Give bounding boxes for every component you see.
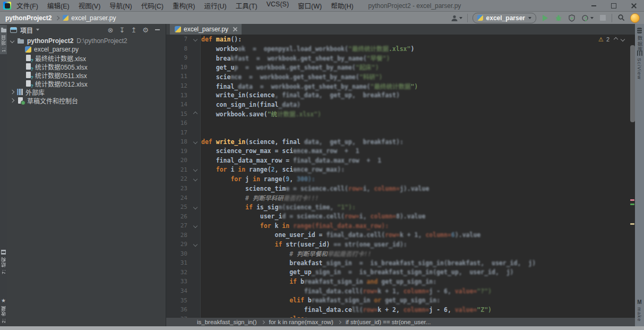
line-number[interactable]: 32 [166,269,190,276]
close-button[interactable] [624,0,644,11]
chevron-icon[interactable] [10,98,14,103]
code-text[interactable]: elif breakfast_sign_in or get_up_sign_in… [200,297,440,304]
inspections-widget[interactable]: 2 [598,36,624,43]
fold-expanded-icon[interactable] [193,242,197,247]
gold-badge-icon[interactable] [630,13,640,23]
code-text[interactable]: if is_sign(science_time, "1"): [200,204,356,211]
line-number[interactable]: 19 [166,148,190,155]
menu-item[interactable]: 视图(V) [79,1,101,11]
code-text[interactable]: science_time = science.cell(row=i, colum… [200,185,429,192]
line-number[interactable]: 16 [166,120,190,126]
code-text[interactable]: if str(user_id) == str(one_user_id): [200,241,407,248]
line-number[interactable]: 36 [166,306,190,313]
code-text[interactable]: one_user_id = final_data.cell(row=k + 1,… [200,231,480,239]
line-number[interactable]: 35 [166,297,190,304]
code-text[interactable]: for j in range(9, 300): [200,175,315,183]
stop-button[interactable] [598,14,607,22]
line-number[interactable]: 15 [166,111,190,117]
run-with-coverage-button[interactable] [568,14,576,22]
code-text[interactable]: con_sign_in(final_data) [200,101,300,108]
tree-item[interactable]: 统计数据0511.xlsx [7,71,166,79]
fold-expanded-icon[interactable] [193,140,197,144]
line-number[interactable]: 21 [166,166,190,173]
code-text[interactable]: if breakfast_sign_in and get_up_sign_in: [200,278,436,285]
code-editor[interactable]: 7def main():8 workbook = openpyxl.load_w… [166,35,635,318]
line-number[interactable]: 12 [166,82,190,89]
line-number[interactable]: 34 [166,287,190,294]
tree-item[interactable]: 统计数据0505.xlsx [7,62,166,71]
tool-strip-button-sciview[interactable]: SciView [635,48,644,82]
chevron-icon[interactable] [10,90,14,94]
code-text[interactable]: get_up_sign_in = is_breakfast_sign_in(ge… [200,268,514,276]
user-button[interactable] [451,14,462,22]
tree-item[interactable]: 外部库 [7,88,166,96]
chevron-icon[interactable] [10,39,14,43]
breadcrumb-item[interactable]: is_breakfast_sign_in() [197,319,257,325]
line-number[interactable]: 14 [166,101,190,108]
code-text[interactable]: workbook = openpyxl.load_workbook("最终统计数… [200,44,414,53]
line-number[interactable]: 22 [166,175,190,182]
breadcrumb-item[interactable]: if str(user_id) == str(one_user... [346,319,431,325]
tool-strip-button-structure[interactable]: 7: 结构 [0,248,7,276]
tree-item[interactable]: excel_parser.py [7,45,166,54]
code-text[interactable]: def main(): [200,36,242,43]
fold-expanded-icon[interactable] [193,177,197,181]
line-number[interactable]: 13 [166,92,190,99]
search-everywhere-button[interactable] [617,14,625,22]
menu-item[interactable]: 导航(N) [109,1,132,11]
code-text[interactable]: # 判断早科研是否打卡!!! [200,193,319,202]
code-text[interactable]: science_row_max = science.max_row + 1 [200,147,359,155]
previous-warning-icon[interactable] [614,37,618,41]
minimize-button[interactable] [583,0,604,11]
menu-item[interactable]: 编辑(E) [47,1,70,11]
fold-end-icon[interactable] [193,112,197,116]
project-panel-title[interactable]: 项目 [20,26,33,35]
profiler-button[interactable] [581,14,594,22]
code-text[interactable]: for k in range(final_data.max_row): [200,222,389,230]
code-text[interactable]: def write_in(science, final data, get_up… [200,138,403,146]
menu-item[interactable]: 工具(T) [236,1,257,11]
settings-gear-icon[interactable] [141,27,150,33]
line-number[interactable]: 33 [166,278,190,285]
line-number[interactable]: 23 [166,185,190,192]
menu-item[interactable]: 帮助(H) [331,1,353,11]
fold-expanded-icon[interactable] [193,223,197,227]
line-number[interactable]: 17 [166,129,190,136]
line-number[interactable]: 27 [166,222,190,229]
line-number[interactable]: 31 [166,259,190,266]
line-number[interactable]: 24 [166,194,190,201]
tree-item[interactable]: pythonProject2D:\pythonProject2 [7,37,166,45]
code-text[interactable]: # 判断早餐和早起是否打卡!! [200,249,371,258]
code-text[interactable]: user_id = science.cell(row=i, column=8).… [200,213,425,220]
line-number[interactable]: 28 [166,232,190,239]
code-text[interactable]: science = workbook.get_sheet_by_name("科研… [200,72,383,81]
tab-close-icon[interactable] [233,27,237,31]
dropdown-arrow-icon[interactable] [36,29,39,31]
scrollbar-thumb[interactable] [630,45,635,122]
line-number[interactable]: 30 [166,250,190,257]
tree-item[interactable]: 统计数据0512.xlsx [7,79,166,88]
fold-expanded-icon[interactable] [193,37,197,41]
code-text[interactable]: get_up = workbook.get_sheet_by_name("起床"… [200,63,379,71]
line-number[interactable]: 7 [166,36,190,43]
code-text[interactable]: workbook.save("统计数据.xlsx") [200,109,321,118]
menu-item[interactable]: 文件(F) [16,1,38,11]
tab-excel-parser[interactable]: excel_parser.py [170,24,242,35]
menu-item[interactable]: 代码(C) [141,1,164,11]
code-text[interactable]: breakfast = workbook.get_sheet_by_name("… [200,54,390,62]
fold-expanded-icon[interactable] [193,205,197,209]
tool-strip-button-make[interactable]: make [635,298,644,324]
code-text[interactable]: final_data_max_row = final_data.max_row … [200,157,381,164]
line-number[interactable]: 29 [166,241,190,248]
debug-button[interactable] [554,14,563,22]
line-number[interactable]: 20 [166,157,190,164]
line-number[interactable]: 9 [166,54,190,61]
code-text[interactable]: final_data.cell(row=k + 1, column=j - 6,… [200,287,492,295]
tree-item[interactable]: 最终统计数据.xlsx [7,54,166,62]
menu-item[interactable]: VCS(S) [267,1,289,11]
tool-strip-button-star[interactable]: 2: 收藏 [0,296,7,325]
code-text[interactable]: final_data = workbook.get_sheet_by_name(… [200,82,418,90]
breadcrumb-project[interactable]: pythonProject2 [5,14,51,22]
tool-strip-button-folder[interactable]: 1: 项目 [0,25,7,54]
expand-all-icon[interactable] [118,27,126,33]
